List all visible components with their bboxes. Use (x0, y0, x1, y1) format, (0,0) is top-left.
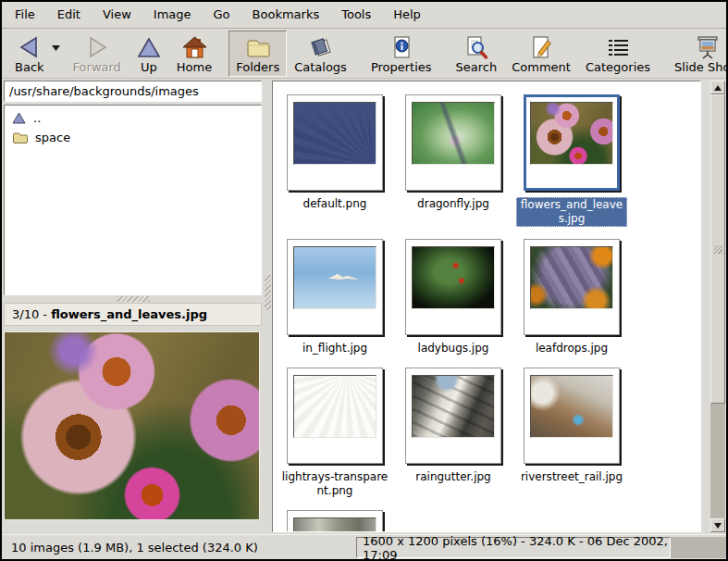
preview-pane (4, 326, 262, 532)
thumbnail-lightrays[interactable]: lightrays-transparent.png (278, 368, 391, 498)
properties-button[interactable]: Properties (364, 31, 439, 77)
path-input[interactable] (4, 81, 262, 102)
thumbnail-image (412, 375, 495, 438)
image-browser: default.png dragonfly.jpg flowers_and_le… (272, 81, 701, 532)
status-filler (671, 537, 726, 558)
thumbnail-image (293, 517, 376, 532)
pencil-page-icon (528, 34, 554, 60)
thumbnail-image (293, 375, 376, 438)
scrollbar-thumb[interactable] (710, 94, 725, 404)
folder-icon (245, 34, 271, 60)
thumbnail-flowers-and-leaves-selected[interactable]: flowers_and_leaves.jpg (515, 94, 628, 227)
sidebar: .. space 3/10 - flowers_and_leaves.jpg (2, 79, 264, 534)
folder-list: .. space (4, 105, 262, 295)
thumbnail-image (530, 246, 613, 309)
back-history-dropdown[interactable] (52, 31, 66, 77)
thumbnail-partial[interactable] (278, 510, 391, 532)
app-window: File Edit View Image Go Bookmarks Tools … (0, 0, 728, 561)
thumbnail-riverstreet-rail[interactable]: riverstreet_rail.jpg (515, 368, 628, 498)
up-icon (136, 34, 162, 60)
catalogs-button[interactable]: Catalogs (287, 31, 354, 77)
comment-button[interactable]: Comment (504, 31, 578, 77)
up-button[interactable]: Up (129, 31, 169, 77)
image-position-info: 3/10 - flowers_and_leaves.jpg (4, 303, 262, 326)
scroll-down-button[interactable] (710, 518, 725, 532)
back-button[interactable]: Back (7, 31, 52, 77)
horizontal-splitter[interactable] (4, 295, 262, 303)
menubar: File Edit View Image Go Bookmarks Tools … (2, 2, 726, 29)
menu-go[interactable]: Go (203, 3, 241, 27)
thumbnail-default[interactable]: default.png (278, 94, 391, 227)
thumbnail-image (530, 102, 613, 165)
search-icon (463, 34, 489, 60)
folder-item-space[interactable]: space (6, 128, 259, 147)
toolbar: Back Forward Up (2, 29, 726, 79)
scrollbar-trough[interactable] (710, 94, 725, 518)
arrow-down-icon (714, 523, 722, 529)
menu-image[interactable]: Image (142, 3, 203, 27)
thumbnail-image (293, 102, 376, 165)
home-button[interactable]: Home (169, 31, 219, 77)
up-dir-icon (12, 112, 26, 124)
status-summary: 10 images (1.9 MB), 1 selected (324.0 K) (2, 541, 258, 555)
vertical-splitter[interactable] (264, 79, 272, 534)
menu-edit[interactable]: Edit (46, 3, 92, 27)
forward-button[interactable]: Forward (66, 31, 129, 77)
folder-icon (12, 131, 28, 144)
status-image-details: 1600 x 1200 pixels (16%) - 324.0 K - 06 … (356, 537, 671, 558)
menu-file[interactable]: File (4, 3, 46, 27)
thumbnail-image (293, 246, 376, 309)
folder-item-parent[interactable]: .. (6, 108, 259, 128)
thumbnail-leafdrops[interactable]: leafdrops.jpg (515, 239, 628, 355)
main-area: .. space 3/10 - flowers_and_leaves.jpg (2, 79, 726, 534)
menu-help[interactable]: Help (382, 3, 432, 27)
arrow-up-icon (714, 85, 722, 91)
chevron-down-icon (52, 45, 60, 51)
statusbar: 10 images (1.9 MB), 1 selected (324.0 K)… (2, 534, 726, 559)
menu-bookmarks[interactable]: Bookmarks (241, 3, 331, 27)
preview-image (4, 331, 260, 520)
thumbnail-dragonfly[interactable]: dragonfly.jpg (397, 94, 510, 227)
thumbnail-in-flight[interactable]: in_flight.jpg (278, 239, 391, 355)
slideshow-button[interactable]: Slide Show (667, 31, 728, 77)
vertical-scrollbar (710, 81, 725, 532)
current-file-name: flowers_and_leaves.jpg (51, 307, 207, 321)
home-icon (181, 34, 207, 60)
search-button[interactable]: Search (449, 31, 505, 77)
thumbnail-ladybugs[interactable]: ladybugs.jpg (397, 239, 510, 355)
list-icon (605, 34, 631, 60)
folders-button[interactable]: Folders (228, 31, 287, 77)
menu-view[interactable]: View (92, 3, 142, 27)
thumbnail-image (530, 375, 613, 438)
thumbnail-raingutter[interactable]: raingutter.jpg (397, 368, 510, 498)
forward-icon (84, 34, 110, 60)
categories-button[interactable]: Categories (578, 31, 658, 77)
projector-screen-icon (695, 34, 721, 60)
book-icon (308, 34, 334, 60)
info-page-icon (389, 34, 414, 60)
scroll-up-button[interactable] (710, 81, 725, 94)
menu-tools[interactable]: Tools (330, 3, 382, 27)
thumbnail-image (412, 246, 495, 309)
back-icon (17, 34, 43, 60)
thumbnail-image (412, 102, 495, 165)
